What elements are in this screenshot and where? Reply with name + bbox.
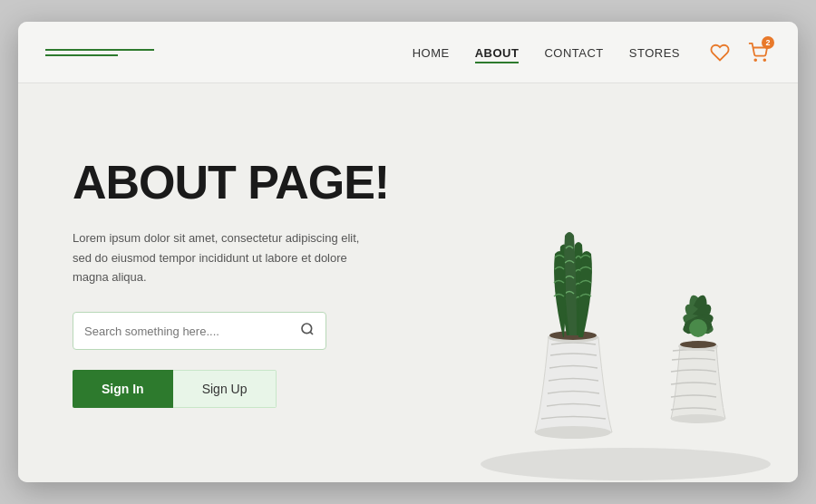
buttons-row: Sign In Sign Up — [73, 370, 389, 408]
wishlist-icon-wrap[interactable] — [707, 40, 733, 65]
wishlist-icon — [710, 43, 730, 63]
logo-lines — [45, 49, 154, 56]
search-bar[interactable] — [73, 312, 326, 350]
svg-line-3 — [310, 333, 313, 335]
hero-description: Lorem ipsum dolor sit amet, consectetur … — [73, 228, 363, 286]
signup-button[interactable]: Sign Up — [173, 370, 277, 408]
svg-point-17 — [535, 426, 611, 439]
svg-point-2 — [302, 324, 312, 334]
cart-badge: 2 — [762, 36, 774, 49]
cart-icon-wrap[interactable]: 2 — [745, 40, 771, 65]
logo — [45, 49, 413, 56]
svg-point-4 — [481, 448, 771, 480]
nav-item-about[interactable]: ABOUT — [475, 44, 520, 61]
nav-item-home[interactable]: HOME — [413, 44, 450, 61]
nav-item-contact[interactable]: CONTACT — [544, 44, 603, 61]
navbar: HOME ABOUT CONTACT STORES — [18, 22, 798, 83]
search-input[interactable] — [84, 325, 300, 338]
nav-link-about[interactable]: ABOUT — [475, 46, 520, 63]
hero-image — [417, 102, 798, 482]
nav-link-contact[interactable]: CONTACT — [544, 46, 603, 60]
logo-line-top — [45, 49, 154, 51]
nav-item-stores[interactable]: STORES — [629, 44, 680, 61]
browser-window: HOME ABOUT CONTACT STORES — [18, 22, 798, 482]
nav-links: HOME ABOUT CONTACT STORES — [413, 44, 680, 61]
logo-line-bottom — [45, 54, 118, 56]
search-icon[interactable] — [300, 322, 315, 340]
hero-section: ABOUT PAGE! Lorem ipsum dolor sit amet, … — [18, 83, 798, 482]
plants-illustration — [417, 138, 798, 482]
svg-point-7 — [680, 341, 716, 348]
svg-point-16 — [689, 319, 707, 337]
nav-link-home[interactable]: HOME — [413, 46, 450, 60]
nav-link-stores[interactable]: STORES — [629, 46, 680, 60]
navbar-icons: 2 — [707, 40, 771, 65]
hero-content: ABOUT PAGE! Lorem ipsum dolor sit amet, … — [18, 112, 443, 454]
svg-point-5 — [671, 414, 725, 423]
hero-title: ABOUT PAGE! — [73, 158, 389, 208]
svg-point-1 — [763, 59, 765, 61]
signin-button[interactable]: Sign In — [73, 370, 173, 408]
svg-point-0 — [754, 59, 756, 61]
